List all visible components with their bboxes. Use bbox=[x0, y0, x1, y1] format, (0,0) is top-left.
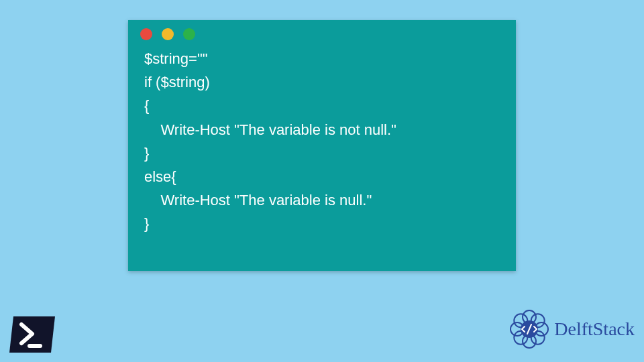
delftstack-text: DelftStack bbox=[554, 318, 635, 340]
close-dot-icon bbox=[140, 28, 152, 40]
delftstack-badge-icon bbox=[508, 308, 550, 350]
window-titlebar bbox=[128, 20, 516, 43]
minimize-dot-icon bbox=[162, 28, 174, 40]
delftstack-logo: DelftStack bbox=[508, 308, 635, 350]
powershell-icon bbox=[8, 315, 56, 354]
maximize-dot-icon bbox=[183, 28, 195, 40]
code-window: $string="" if ($string) { Write-Host "Th… bbox=[128, 20, 516, 271]
code-block: $string="" if ($string) { Write-Host "Th… bbox=[128, 43, 516, 247]
